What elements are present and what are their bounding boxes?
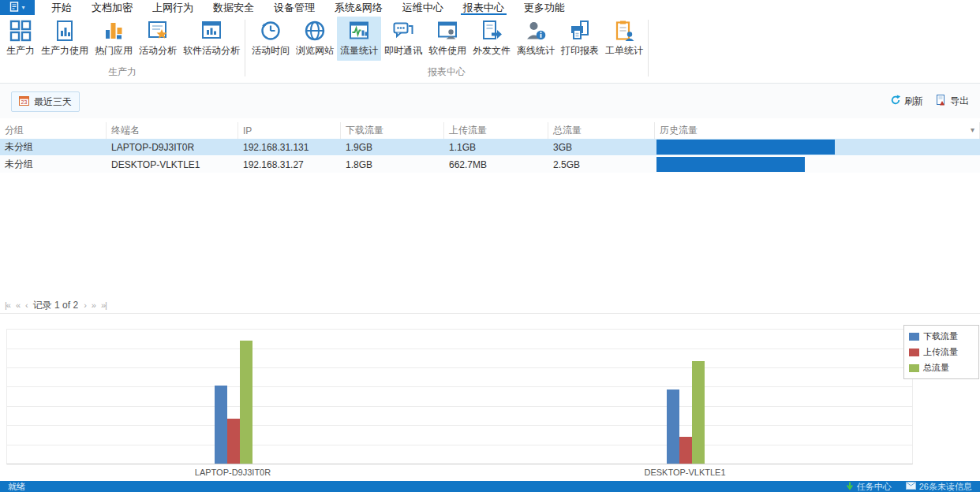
- table-body: 未分组LAPTOP-D9J3IT0R192.168.31.1311.9GB1.1…: [0, 139, 980, 173]
- column-menu-icon[interactable]: ▾: [971, 125, 974, 134]
- user-info-icon: [524, 19, 548, 43]
- refresh-button[interactable]: 刷新: [890, 95, 923, 108]
- bar-group: [667, 361, 705, 464]
- cell-history: [655, 139, 980, 155]
- ribbon-button-label: 软件活动分析: [183, 44, 240, 58]
- calendar-icon: 23: [19, 95, 29, 108]
- window-user-icon: [436, 19, 459, 43]
- column-header-3[interactable]: IP: [238, 122, 341, 139]
- ribbon-button-doc-star[interactable]: 活动分析: [136, 17, 180, 61]
- ribbon-button-hot-apps[interactable]: 热门应用: [92, 17, 136, 61]
- tab-2[interactable]: 文档加密: [84, 0, 140, 15]
- bar-group: [215, 341, 252, 464]
- ribbon-group-items: 生产力生产力使用热门应用活动分析软件活动分析: [0, 15, 245, 61]
- ribbon-group-label: 报表中心: [245, 65, 648, 83]
- ribbon-button-doc-chart[interactable]: 生产力使用: [38, 17, 92, 61]
- column-header-4[interactable]: 下载流量: [341, 122, 444, 139]
- table-row[interactable]: 未分组LAPTOP-D9J3IT0R192.168.31.1311.9GB1.1…: [0, 139, 980, 156]
- next-page-button[interactable]: ›: [84, 300, 86, 310]
- ribbon-button-window-chart[interactable]: 软件活动分析: [180, 17, 243, 61]
- ribbon-button-apps-grid[interactable]: 生产力: [3, 17, 38, 61]
- ribbon-button-window-user[interactable]: 软件使用: [425, 17, 469, 61]
- cell-total: 2.5GB: [548, 159, 655, 170]
- cell-ip: 192.168.31.131: [238, 142, 341, 153]
- tab-4[interactable]: 数据安全: [205, 0, 262, 15]
- ribbon-button-label: 生产力使用: [41, 44, 88, 58]
- ribbon-button-label: 工单统计: [605, 44, 643, 58]
- cell-terminal: LAPTOP-D9J3IT0R: [107, 142, 238, 153]
- tab-5[interactable]: 设备管理: [266, 0, 323, 15]
- ribbon-button-clipboard-user[interactable]: 工单统计: [602, 17, 646, 61]
- pager: |««‹记录 1 of 2›»»|: [5, 298, 107, 312]
- ribbon-button-user-info[interactable]: 离线统计: [514, 17, 558, 61]
- column-header-1[interactable]: 分组: [0, 122, 107, 139]
- last-page-button[interactable]: »|: [101, 300, 107, 310]
- ribbon-button-doc-arrow[interactable]: 外发文件: [469, 17, 514, 61]
- prev-page-button[interactable]: ‹: [25, 300, 28, 310]
- tab-7[interactable]: 运维中心: [395, 0, 451, 15]
- window-chart-icon: [200, 19, 223, 43]
- tab-1[interactable]: 开始: [43, 0, 80, 15]
- ribbon-button-label: 活动分析: [139, 44, 177, 58]
- legend-swatch: [909, 333, 919, 341]
- cell-group: 未分组: [0, 158, 107, 171]
- ribbon-button-traffic-stats[interactable]: 流量统计: [337, 17, 381, 61]
- gridline: [7, 406, 912, 407]
- cell-history: [655, 156, 980, 173]
- export-button[interactable]: 导出: [936, 95, 969, 108]
- app-logo-icon: [9, 1, 19, 15]
- date-range-label: 最近三天: [34, 95, 72, 109]
- refresh-label: 刷新: [904, 95, 923, 108]
- task-center-label: 任务中心: [857, 481, 892, 492]
- chart-legend: 下载流量上传流量总流量: [903, 325, 979, 379]
- status-bar-right: 任务中心 26条未读信息: [846, 481, 972, 492]
- fast-prev-button[interactable]: «: [16, 300, 20, 310]
- printer-icon: [568, 19, 592, 43]
- tab-9[interactable]: 更多功能: [516, 0, 573, 15]
- bar-总流量: [692, 361, 705, 464]
- ribbon-button-label: 浏览网站: [296, 44, 334, 58]
- date-range-button[interactable]: 23 最近三天: [11, 91, 80, 112]
- ribbon-button-label: 离线统计: [517, 44, 555, 58]
- first-page-button[interactable]: |«: [5, 300, 10, 310]
- chat-icon: [391, 19, 415, 43]
- ribbon-group-items: 活动时间浏览网站流量统计即时通讯软件使用外发文件离线统计打印报表工单统计: [245, 15, 648, 61]
- column-header-2[interactable]: 终端名: [107, 122, 238, 139]
- doc-star-icon: [146, 19, 170, 43]
- ribbon-button-label: 打印报表: [561, 44, 599, 58]
- apps-grid-icon: [9, 19, 32, 43]
- task-center-button[interactable]: 任务中心: [846, 481, 892, 492]
- legend-label: 总流量: [923, 362, 949, 374]
- gridline: [7, 445, 912, 445]
- x-axis-label: DESKTOP-VLKTLE1: [598, 468, 772, 477]
- traffic-chart: 下载流量上传流量总流量 LAPTOP-D9J3IT0RDESKTOP-VLKTL…: [0, 322, 980, 484]
- ribbon-button-chat[interactable]: 即时通讯: [381, 17, 425, 61]
- status-bar: 就绪 任务中心 26条未读信息: [0, 481, 980, 492]
- ribbon-button-label: 活动时间: [252, 44, 290, 58]
- ribbon-button-label: 即时通讯: [384, 44, 422, 58]
- column-header-5[interactable]: 上传流量: [444, 122, 548, 139]
- table-row[interactable]: 未分组DESKTOP-VLKTLE1192.168.31.271.8GB662.…: [0, 156, 980, 173]
- ribbon-button-printer[interactable]: 打印报表: [558, 17, 602, 61]
- app-menu-button[interactable]: ▾: [0, 0, 35, 15]
- ribbon-button-clock[interactable]: 活动时间: [249, 17, 293, 61]
- traffic-table: 分组终端名IP下载流量上传流量总流量历史流量▾ 未分组LAPTOP-D9J3IT…: [0, 122, 980, 173]
- cell-group: 未分组: [0, 140, 107, 154]
- divider: [0, 313, 980, 314]
- column-header-6[interactable]: 总流量: [548, 122, 655, 139]
- unread-messages-label: 26条未读信息: [919, 481, 972, 492]
- ribbon-tabs: 开始文档加密上网行为数据安全设备管理系统&网络运维中心报表中心更多功能: [39, 0, 573, 15]
- ribbon-button-globe[interactable]: 浏览网站: [293, 17, 337, 61]
- cell-download: 1.9GB: [341, 142, 444, 153]
- history-bar: [656, 140, 835, 155]
- table-header: 分组终端名IP下载流量上传流量总流量历史流量▾: [0, 122, 980, 139]
- tab-8[interactable]: 报表中心: [455, 0, 512, 15]
- fast-next-button[interactable]: »: [92, 300, 95, 310]
- column-header-7[interactable]: 历史流量: [655, 122, 980, 139]
- tab-3[interactable]: 上网行为: [144, 0, 201, 15]
- export-label: 导出: [950, 95, 969, 108]
- hot-apps-icon: [102, 19, 125, 43]
- unread-messages-button[interactable]: 26条未读信息: [906, 481, 972, 492]
- tab-6[interactable]: 系统&网络: [327, 0, 391, 15]
- report-toolbar: 23 最近三天 刷新 导出: [0, 84, 980, 118]
